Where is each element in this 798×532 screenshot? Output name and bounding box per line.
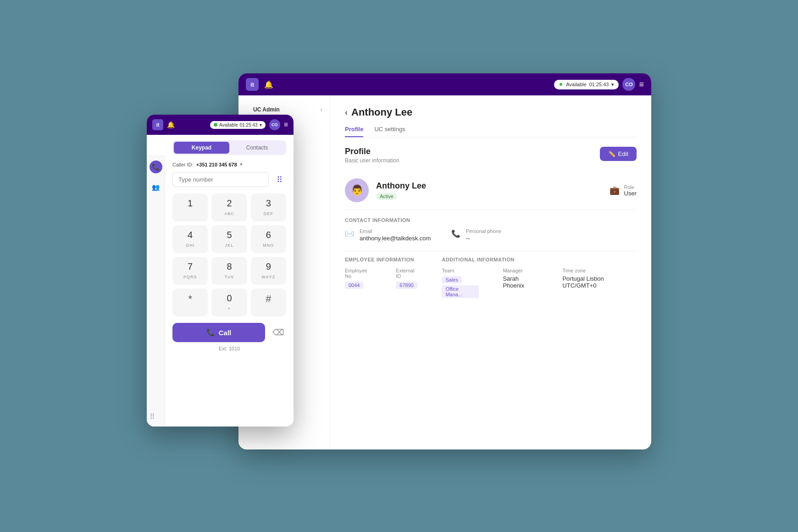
additional-info-title: ADDITIONAL INFORMATION	[442, 257, 637, 262]
bottom-sections: EMPLOYEE INFORMATION Employee No 0044 Ex…	[345, 257, 637, 309]
emp-no-label: Employee No	[345, 268, 374, 279]
section-subtitle: Basic user information	[345, 157, 399, 164]
dial-key-4[interactable]: 4 GHI	[172, 225, 208, 253]
phone-status-indicator[interactable]: Available 01:25:43 ▾	[210, 121, 265, 129]
edit-button[interactable]: ✏️ Edit	[600, 147, 637, 161]
user-profile-row: 👨 Anthony Lee Active 💼 Role User	[345, 171, 637, 210]
email-icon: ✉️	[345, 229, 354, 238]
sidebar-collapse-icon[interactable]: ‹	[320, 106, 322, 113]
number-input[interactable]	[172, 172, 269, 187]
phone-label: Personal phone	[466, 228, 501, 234]
caller-id-row: Caller ID: +351 210 345 678 ▾	[172, 161, 286, 167]
keypad-tabs: Keypad Contacts	[172, 140, 286, 155]
edit-label: Edit	[618, 150, 628, 157]
tab-uc-settings[interactable]: UC settings	[374, 126, 405, 137]
phone-field: 📞 Personal phone --	[451, 228, 543, 242]
ext-id-value: 67890	[396, 282, 417, 289]
main-body: UC Admin ‹ 👤 📞 Users Devices ‹ Anthony L…	[238, 95, 651, 449]
phone-widget: it 🔔 Available 01:25:43 ▾ CO ≡ 📞 👥 ⠿	[147, 115, 294, 427]
timezone-field: Time zone Portugal Lisbon UTC/GMT+0	[562, 268, 637, 300]
emp-no-value: 0044	[345, 282, 363, 289]
employee-info-title: EMPLOYEE INFORMATION	[345, 257, 420, 262]
phone-status-timer: 01:25:43	[240, 122, 258, 127]
role-block: 💼 Role User	[610, 184, 637, 197]
manager-value: Sarah Phoenix	[503, 275, 540, 289]
main-logo: it	[246, 78, 259, 91]
section-header: Profile Basic user information ✏️ Edit	[345, 147, 637, 164]
call-row: 📞 Call ⌫	[172, 323, 286, 342]
phone-avatar[interactable]: CO	[269, 119, 280, 130]
phone-side-icon-contacts[interactable]: 👥	[150, 181, 162, 194]
main-content: ‹ Anthony Lee Profile UC settings Profil…	[330, 95, 651, 449]
number-input-row: ⠿	[172, 172, 286, 187]
emp-no-field: Employee No 0044	[345, 268, 374, 291]
dial-key-0[interactable]: 0 +	[211, 288, 247, 316]
dialpad-grid: 1 2 ABC 3 DEF 4 GHI	[172, 194, 286, 316]
caller-id-value: +351 210 345 678	[196, 162, 237, 167]
additional-info-row: Team Sales Office Mana... Manager Sarah …	[442, 268, 637, 300]
phone-value: --	[466, 235, 501, 242]
dial-key-6[interactable]: 6 MNO	[251, 225, 286, 253]
main-tablet: it 🔔 Available 01:25:43 ▾ CO ≡ UC Admin …	[238, 73, 651, 449]
ext-id-label: External ID	[396, 268, 420, 279]
chevron-down-icon: ▾	[611, 82, 614, 88]
dial-key-star[interactable]: *	[172, 288, 208, 316]
page-title: Anthony Lee	[351, 106, 412, 118]
call-icon: 📞	[206, 328, 215, 337]
tab-keypad[interactable]: Keypad	[174, 142, 229, 154]
status-badge: Active	[376, 193, 397, 200]
edit-icon: ✏️	[608, 150, 615, 157]
page-header: ‹ Anthony Lee	[345, 106, 637, 118]
dial-dots-button[interactable]: ⠿	[272, 173, 286, 187]
menu-icon[interactable]: ≡	[639, 80, 644, 89]
back-arrow-icon[interactable]: ‹	[345, 108, 348, 117]
dial-key-9[interactable]: 9 WXYZ	[251, 257, 286, 285]
user-name-block: Anthony Lee Active	[376, 181, 426, 200]
dial-key-8[interactable]: 8 TUV	[211, 257, 247, 285]
contact-info-title: CONTACT INFORMATION	[345, 217, 637, 223]
main-bell-icon[interactable]: 🔔	[264, 80, 273, 89]
section-title: Profile	[345, 147, 399, 156]
timezone-value: Portugal Lisbon UTC/GMT+0	[562, 275, 637, 289]
phone-header: it 🔔 Available 01:25:43 ▾ CO ≡	[147, 115, 294, 135]
role-value: User	[624, 190, 637, 197]
phone-main-area: Keypad Contacts Caller ID: +351 210 345 …	[165, 135, 294, 427]
ext-id-field: External ID 67890	[396, 268, 420, 291]
ext-line: Ext: 1010	[172, 346, 286, 351]
user-avatar: 👨	[345, 178, 369, 202]
tab-contacts[interactable]: Contacts	[229, 142, 285, 154]
dial-key-3[interactable]: 3 DEF	[251, 194, 286, 222]
phone-icon: 📞	[451, 229, 460, 238]
phone-logo: it	[152, 119, 163, 130]
employee-info-section: EMPLOYEE INFORMATION Employee No 0044 Ex…	[345, 257, 420, 300]
call-button[interactable]: 📞 Call	[172, 323, 265, 342]
dial-key-hash[interactable]: #	[251, 288, 286, 316]
tab-profile[interactable]: Profile	[345, 126, 363, 137]
phone-bell-icon[interactable]: 🔔	[167, 121, 175, 128]
contact-info-section: CONTACT INFORMATION ✉️ Email anthony.lee…	[345, 217, 637, 242]
phone-status-dot	[214, 123, 217, 127]
contact-info-row: ✉️ Email anthony.lee@talkdesk.com 📞 Pers…	[345, 228, 637, 242]
additional-info-section: ADDITIONAL INFORMATION Team Sales Office…	[442, 257, 637, 300]
team-tag-office: Office Mana...	[442, 285, 479, 298]
phone-chevron-icon: ▾	[260, 122, 262, 127]
phone-side-icon-dialpad[interactable]: 📞	[150, 161, 162, 173]
status-timer: 01:25:43	[589, 82, 609, 87]
main-avatar[interactable]: CO	[622, 78, 635, 91]
main-tablet-header: it 🔔 Available 01:25:43 ▾ CO ≡	[238, 73, 651, 95]
dial-key-5[interactable]: 5 JKL	[211, 225, 247, 253]
phone-side-grid-icon[interactable]: ⠿	[150, 412, 155, 421]
team-field: Team Sales Office Mana...	[442, 268, 481, 300]
timezone-label: Time zone	[562, 268, 637, 273]
phone-menu-icon[interactable]: ≡	[284, 121, 288, 129]
dial-key-1[interactable]: 1	[172, 194, 208, 222]
backspace-button[interactable]: ⌫	[270, 324, 286, 341]
dial-key-7[interactable]: 7 PQRS	[172, 257, 208, 285]
main-status-indicator[interactable]: Available 01:25:43 ▾	[554, 80, 619, 89]
caller-id-chevron[interactable]: ▾	[240, 161, 243, 167]
phone-sidebar: 📞 👥 ⠿	[147, 155, 165, 427]
call-label: Call	[219, 329, 232, 337]
dial-key-2[interactable]: 2 ABC	[211, 194, 247, 222]
caller-id-label: Caller ID:	[172, 162, 194, 167]
manager-label: Manager	[503, 268, 540, 273]
